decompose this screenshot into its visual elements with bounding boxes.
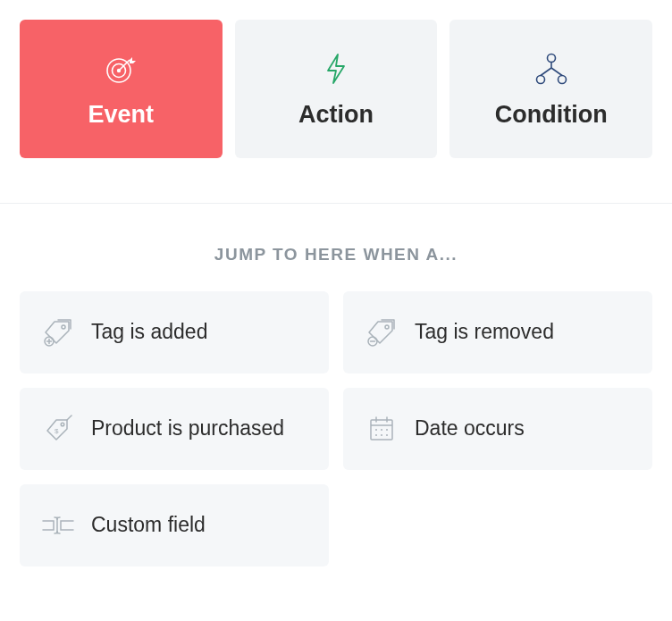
svg-point-25 [381,434,382,436]
text-cursor-icon [39,514,77,537]
svg-point-21 [375,429,377,431]
svg-line-3 [119,60,130,71]
tab-row: Event Action Condition [20,20,652,158]
option-custom-field[interactable]: Custom field [20,484,329,566]
tab-action-label: Action [298,101,374,129]
svg-point-23 [386,429,388,431]
option-label: Tag is added [91,318,207,346]
svg-line-15 [67,415,71,420]
option-label: Date occurs [415,415,525,442]
svg-point-26 [386,434,388,436]
tag-remove-icon [363,318,400,347]
tab-event[interactable]: Event [20,20,223,158]
svg-point-24 [375,434,377,436]
svg-point-4 [547,55,555,63]
calendar-icon [363,415,400,443]
tag-add-icon [39,318,77,347]
price-tag-icon: $ [39,413,77,445]
option-tag-removed[interactable]: Tag is removed [343,291,652,373]
option-tag-added[interactable]: Tag is added [20,291,329,373]
svg-point-6 [558,76,566,84]
option-product-purchased[interactable]: $ Product is purchased [20,388,329,470]
branch-icon [532,49,571,88]
svg-point-5 [536,76,544,84]
tab-event-label: Event [88,101,155,129]
divider [0,203,672,204]
bolt-icon [321,49,351,88]
tab-action[interactable]: Action [235,20,438,158]
svg-point-22 [381,429,382,431]
option-label: Tag is removed [415,318,554,346]
svg-point-14 [61,423,64,426]
svg-text:$: $ [55,427,59,435]
svg-point-7 [62,325,65,329]
target-icon [103,49,139,88]
options-grid: Tag is added Tag is removed [20,291,652,566]
tab-condition-label: Condition [495,101,608,129]
svg-point-11 [385,325,389,329]
option-label: Custom field [91,511,206,539]
section-title: JUMP TO HERE WHEN A... [20,245,652,264]
option-label: Product is purchased [91,415,284,442]
option-date-occurs[interactable]: Date occurs [343,388,652,470]
tab-condition[interactable]: Condition [449,20,652,158]
